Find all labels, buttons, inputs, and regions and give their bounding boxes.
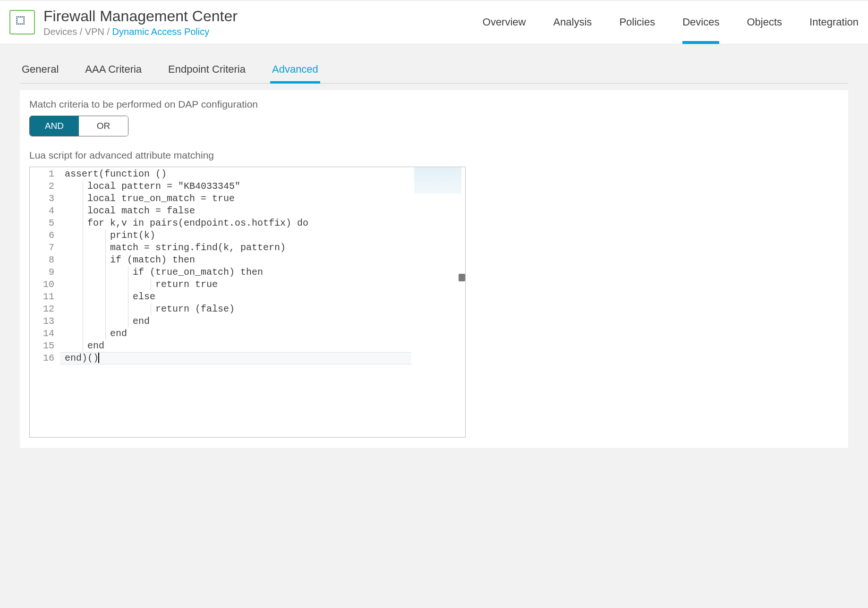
nav-item-objects[interactable]: Objects (747, 0, 782, 44)
line-gutter: 12345678910111213141516 (30, 167, 60, 364)
svg-rect-9 (17, 22, 18, 23)
match-criteria-label: Match criteria to be performed on DAP co… (29, 99, 839, 110)
breadcrumb-part-devices[interactable]: Devices (43, 26, 77, 37)
svg-rect-2 (20, 17, 21, 18)
app-logo-icon (9, 10, 35, 34)
svg-rect-8 (24, 20, 25, 21)
svg-rect-5 (17, 18, 18, 19)
breadcrumb: Devices / VPN / Dynamic Access Policy (43, 26, 238, 37)
tab-general[interactable]: General (20, 58, 60, 84)
advanced-panel: Match criteria to be performed on DAP co… (20, 90, 848, 448)
match-toggle-group: AND OR (29, 116, 128, 136)
svg-rect-1 (18, 17, 19, 18)
svg-rect-10 (24, 22, 25, 23)
and-button[interactable]: AND (30, 116, 79, 136)
nav-item-policies[interactable]: Policies (619, 0, 655, 44)
tab-endpoint-criteria[interactable]: Endpoint Criteria (166, 58, 247, 84)
or-button[interactable]: OR (79, 116, 128, 136)
breadcrumb-part-vpn[interactable]: VPN (85, 26, 104, 37)
app-title: Firewall Management Center (43, 7, 238, 25)
breadcrumb-current[interactable]: Dynamic Access Policy (112, 26, 210, 37)
svg-rect-6 (24, 18, 25, 19)
svg-rect-7 (17, 20, 18, 21)
svg-rect-12 (18, 24, 19, 25)
nav-item-overview[interactable]: Overview (483, 0, 526, 44)
svg-rect-13 (20, 24, 21, 25)
svg-rect-15 (24, 24, 25, 25)
top-nav: OverviewAnalysisPoliciesDevicesObjectsIn… (483, 0, 859, 44)
nav-item-integration[interactable]: Integration (809, 0, 859, 44)
nav-item-analysis[interactable]: Analysis (553, 0, 592, 44)
nav-item-devices[interactable]: Devices (682, 0, 719, 44)
svg-rect-3 (22, 17, 23, 18)
scrollbar-handle[interactable] (459, 274, 465, 281)
lua-script-label: Lua script for advanced attribute matchi… (29, 150, 839, 161)
svg-rect-11 (17, 24, 18, 25)
code-content[interactable]: assert(function () local pattern = "KB40… (60, 167, 465, 364)
tab-aaa-criteria[interactable]: AAA Criteria (83, 58, 144, 84)
tab-advanced[interactable]: Advanced (270, 58, 320, 84)
sub-tabs: GeneralAAA CriteriaEndpoint CriteriaAdva… (20, 58, 848, 84)
svg-rect-4 (24, 17, 25, 18)
svg-rect-0 (17, 17, 18, 18)
svg-rect-14 (22, 24, 23, 25)
lua-code-editor[interactable]: 12345678910111213141516 assert(function … (29, 167, 466, 438)
